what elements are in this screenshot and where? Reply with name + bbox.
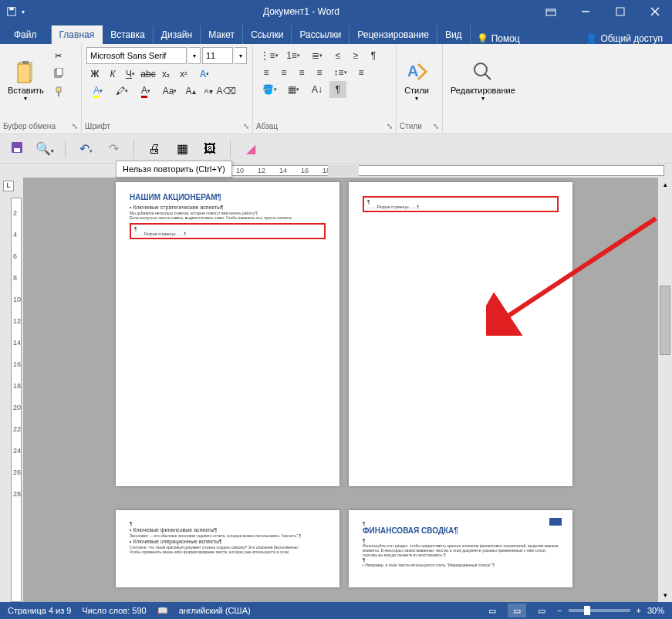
spelling-icon[interactable]: 📖 xyxy=(157,606,168,616)
strikethrough-button[interactable]: abc xyxy=(140,66,157,83)
font-size-combo[interactable]: 11 xyxy=(202,47,233,64)
superscript-button[interactable]: x² xyxy=(175,66,192,83)
distributed-button[interactable]: ≡ xyxy=(353,64,370,81)
undo-icon: ↶▾ xyxy=(79,141,93,156)
page-text: • Ключевые стратегические аспекты¶ xyxy=(130,205,326,210)
italic-button[interactable]: К xyxy=(104,66,121,83)
font-name-dropdown[interactable]: ▾ xyxy=(188,47,201,64)
ruler-mark: 12 xyxy=(13,317,21,325)
styles-button[interactable]: A Стили ▾ xyxy=(400,46,434,115)
copy-button[interactable] xyxy=(50,66,67,83)
ruler-mark: 20 xyxy=(13,404,21,411)
tab-design[interactable]: Дизайн xyxy=(154,25,201,44)
search-qat-button[interactable]: 🔍▾ xyxy=(34,138,56,160)
numbering-button[interactable]: 1≡▾ xyxy=(282,47,305,64)
tab-file[interactable]: Файл xyxy=(0,25,52,44)
document-page[interactable]: ¶ • Ключевые финансовые аспекты¶ Заголов… xyxy=(116,510,339,587)
document-page[interactable]: ¶ ФИНАНСОВАЯ СВОДКА¶ ¶ Используйте этот … xyxy=(349,510,572,587)
text-effects-button[interactable]: A▾ xyxy=(193,66,216,83)
zoom-thumb[interactable] xyxy=(584,606,590,615)
share-button[interactable]: 👤 Общий доступ xyxy=(576,33,672,44)
font-launcher[interactable]: ⤡ xyxy=(243,122,249,130)
search-icon xyxy=(471,59,495,84)
redo-icon: ↷ xyxy=(109,141,119,156)
minimize-button[interactable] xyxy=(568,0,603,23)
zoom-out-button[interactable]: − xyxy=(557,606,562,615)
line-spacing-button[interactable]: ↕≡▾ xyxy=(329,64,352,81)
print-preview-button[interactable]: 🖨 xyxy=(144,138,165,160)
scrollbar-thumb[interactable] xyxy=(660,286,670,355)
web-layout-button[interactable]: ▭ xyxy=(532,604,551,617)
undo-button[interactable]: ↶▾ xyxy=(75,138,96,160)
subscript-button[interactable]: x₂ xyxy=(157,66,174,83)
vertical-scrollbar[interactable]: ▴ ▾ xyxy=(658,178,672,602)
ribbon-options-button[interactable] xyxy=(533,0,568,23)
tell-me-button[interactable]: 💡 Помоц xyxy=(471,33,526,44)
paste-button[interactable]: Вставить ▾ xyxy=(3,46,49,115)
show-marks-button[interactable]: ¶ xyxy=(365,47,382,64)
shading-button[interactable]: 🪣▾ xyxy=(258,81,281,98)
multilevel-button[interactable]: ≣▾ xyxy=(306,47,329,64)
font-size-dropdown[interactable]: ▾ xyxy=(235,47,247,64)
redo-button[interactable]: ↷ xyxy=(103,138,124,160)
grow-font-button[interactable]: A▴ xyxy=(182,83,199,100)
increase-indent-button[interactable]: ≥ xyxy=(347,47,364,64)
font-name-combo[interactable]: Microsoft Sans Serif xyxy=(86,47,187,64)
borders-button[interactable]: ▦▾ xyxy=(282,81,305,98)
save-button[interactable] xyxy=(6,138,28,160)
zoom-in-button[interactable]: + xyxy=(637,606,641,615)
change-case-button[interactable]: Aa▾ xyxy=(158,83,181,100)
highlight-icon: 🖍 xyxy=(116,86,125,96)
shrink-font-button[interactable]: A▾ xyxy=(200,83,217,100)
close-button[interactable] xyxy=(637,0,672,23)
tab-insert[interactable]: Вставка xyxy=(103,25,154,44)
tab-home[interactable]: Главная xyxy=(52,25,103,44)
tab-selector[interactable]: L xyxy=(3,181,14,191)
picture-qat-button[interactable]: 🖼 xyxy=(199,138,221,160)
align-center-button[interactable]: ≡ xyxy=(275,64,292,81)
quick-access-toolbar: 🔍▾ ↶▾ ↷ 🖨 ▦ 🖼 ◢ Нельзя повторить (Ctrl+Y… xyxy=(0,134,672,164)
scroll-up-button[interactable]: ▴ xyxy=(658,178,672,191)
styles-launcher[interactable]: ⤡ xyxy=(433,122,439,130)
svg-rect-19 xyxy=(14,148,20,152)
read-mode-button[interactable]: ▭ xyxy=(483,604,501,617)
tab-references[interactable]: Ссылки xyxy=(243,25,292,44)
document-page[interactable]: НАШИМ АКЦИОНЕРАМ¶ • Ключевые стратегичес… xyxy=(116,182,339,486)
clear-formatting-button[interactable]: A⌫ xyxy=(218,83,235,100)
print-icon: 🖨 xyxy=(148,142,160,156)
align-left-button[interactable]: ≡ xyxy=(258,64,275,81)
highlight-color-button[interactable]: 🖍▾ xyxy=(110,83,133,100)
tab-review[interactable]: Рецензирование xyxy=(350,25,437,44)
bullets-button[interactable]: ⋮≡▾ xyxy=(258,47,281,64)
text-highlight-button[interactable]: A▾ xyxy=(86,83,110,100)
qat-dropdown-icon[interactable]: ▾ xyxy=(22,8,25,15)
font-color-button[interactable]: A▾ xyxy=(134,83,157,100)
tab-view[interactable]: Вид xyxy=(437,25,471,44)
paragraph-marks-button[interactable]: ¶ xyxy=(329,81,346,98)
word-count[interactable]: Число слов: 590 xyxy=(82,606,146,615)
justify-button[interactable]: ≡ xyxy=(311,64,328,81)
page-indicator[interactable]: Страница 4 из 9 xyxy=(8,606,71,615)
eraser-qat-button[interactable]: ◢ xyxy=(240,138,262,160)
editing-button[interactable]: Редактирование ▾ xyxy=(446,46,520,115)
tab-mailings[interactable]: Рассылки xyxy=(292,25,350,44)
maximize-button[interactable] xyxy=(603,0,637,23)
align-right-button[interactable]: ≡ xyxy=(293,64,310,81)
print-layout-button[interactable]: ▭ xyxy=(508,604,526,617)
table-qat-button[interactable]: ▦ xyxy=(171,138,193,160)
page-canvas[interactable]: НАШИМ АКЦИОНЕРАМ¶ • Ключевые стратегичес… xyxy=(23,178,658,602)
underline-button[interactable]: Ч▾ xyxy=(122,66,139,83)
paragraph-launcher[interactable]: ⤡ xyxy=(387,122,393,130)
format-painter-button[interactable] xyxy=(50,84,67,101)
clipboard-launcher[interactable]: ⤡ xyxy=(72,122,78,130)
scroll-down-button[interactable]: ▾ xyxy=(658,588,672,602)
bold-button[interactable]: Ж xyxy=(86,66,103,83)
zoom-level[interactable]: 30% xyxy=(647,606,664,615)
tab-layout[interactable]: Макет xyxy=(201,25,243,44)
document-page[interactable]: ¶ .........Разрыв страницы........¶ xyxy=(349,182,572,486)
zoom-slider[interactable] xyxy=(569,609,630,612)
language-indicator[interactable]: английский (США) xyxy=(179,606,251,615)
decrease-indent-button[interactable]: ≤ xyxy=(329,47,346,64)
sort-button[interactable]: A↓ xyxy=(306,81,329,98)
cut-button[interactable]: ✂ xyxy=(50,47,67,64)
